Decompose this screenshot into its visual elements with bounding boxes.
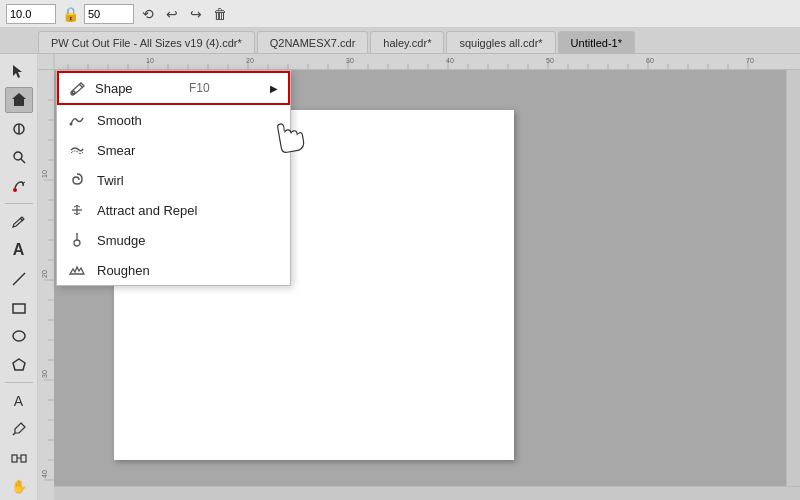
tab-2[interactable]: haley.cdr*: [370, 31, 444, 53]
smear-label: Smear: [97, 143, 135, 158]
smooth-icon: [67, 110, 87, 130]
zoom-tool[interactable]: [5, 144, 33, 171]
svg-line-7: [13, 273, 25, 285]
pencil-tool[interactable]: [5, 208, 33, 235]
expand-icon: ▶: [270, 83, 278, 94]
pan-tool[interactable]: ✋: [5, 473, 33, 500]
roughen-label: Roughen: [97, 263, 150, 278]
svg-text:20: 20: [41, 270, 48, 278]
svg-text:50: 50: [546, 57, 554, 64]
menu-item-smudge[interactable]: Smudge: [57, 225, 290, 255]
svg-text:10: 10: [41, 170, 48, 178]
svg-point-9: [13, 331, 25, 341]
undo-icon[interactable]: ↩: [162, 4, 182, 24]
twirl-icon: [67, 170, 87, 190]
canvas-area[interactable]: 10 20 30 40 50 60 70: [38, 54, 800, 500]
menu-header-left: Shape: [69, 79, 133, 97]
svg-line-3: [21, 159, 25, 163]
left-toolbar: A A: [0, 54, 38, 500]
canvas-content: Shape F10 ▶ Smooth: [54, 70, 800, 500]
svg-rect-12: [12, 455, 17, 462]
lock-icon[interactable]: 🔒: [60, 4, 80, 24]
freehand-tool[interactable]: [5, 173, 33, 200]
svg-line-11: [13, 433, 15, 435]
select-tool[interactable]: [5, 58, 33, 85]
tab-0[interactable]: PW Cut Out File - All Sizes v19 (4).cdr*: [38, 31, 255, 53]
svg-marker-10: [13, 359, 25, 370]
svg-text:70: 70: [746, 57, 754, 64]
dropdown-menu: Shape F10 ▶ Smooth: [56, 70, 291, 286]
svg-text:40: 40: [41, 470, 48, 478]
svg-text:60: 60: [646, 57, 654, 64]
tab-3[interactable]: squiggles all.cdr*: [446, 31, 555, 53]
svg-rect-8: [13, 304, 25, 313]
tab-4[interactable]: Untitled-1*: [558, 31, 635, 53]
menu-header-label: Shape: [95, 81, 133, 96]
size-input[interactable]: [6, 4, 56, 24]
rect-tool[interactable]: [5, 294, 33, 321]
smooth-label: Smooth: [97, 113, 142, 128]
menu-item-smooth[interactable]: Smooth: [57, 105, 290, 135]
attract-repel-label: Attract and Repel: [97, 203, 197, 218]
svg-text:30: 30: [346, 57, 354, 64]
angle-input[interactable]: [84, 4, 134, 24]
horizontal-ruler: 10 20 30 40 50 60 70: [38, 54, 800, 70]
delete-icon[interactable]: 🗑: [210, 4, 230, 24]
line-tool[interactable]: [5, 266, 33, 293]
svg-point-86: [70, 123, 73, 126]
menu-item-smear[interactable]: Smear: [57, 135, 290, 165]
svg-text:30: 30: [41, 370, 48, 378]
ellipse-tool[interactable]: [5, 323, 33, 350]
fill-tool[interactable]: A: [5, 387, 33, 414]
menu-item-attract-repel[interactable]: Attract and Repel: [57, 195, 290, 225]
svg-point-89: [74, 240, 80, 246]
shape-icon: [69, 79, 87, 97]
svg-point-4: [13, 188, 17, 192]
svg-point-85: [71, 91, 75, 95]
blend-tool[interactable]: [5, 445, 33, 472]
svg-point-91: [76, 233, 78, 235]
svg-text:40: 40: [446, 57, 454, 64]
twirl-label: Twirl: [97, 173, 124, 188]
redo-icon[interactable]: ↪: [186, 4, 206, 24]
svg-rect-59: [38, 70, 54, 500]
smear-icon: [67, 140, 87, 160]
menu-item-twirl[interactable]: Twirl: [57, 165, 290, 195]
top-toolbar: 🔒 ⟲ ↩ ↪ 🗑: [0, 0, 800, 28]
menu-item-roughen[interactable]: Roughen: [57, 255, 290, 285]
smudge-icon: [67, 230, 87, 250]
attract-icon: [67, 200, 87, 220]
polygon-tool[interactable]: [5, 352, 33, 379]
eyedropper-tool[interactable]: [5, 416, 33, 443]
menu-shortcut: F10: [189, 81, 210, 95]
crop-tool[interactable]: [5, 115, 33, 142]
main-area: A A: [0, 54, 800, 500]
menu-header[interactable]: Shape F10 ▶: [57, 71, 290, 105]
tab-bar: PW Cut Out File - All Sizes v19 (4).cdr*…: [0, 28, 800, 54]
vertical-ruler: 10 20 30 40: [38, 70, 54, 500]
angle-icon: ⟲: [138, 4, 158, 24]
tab-1[interactable]: Q2NAMESX7.cdr: [257, 31, 369, 53]
svg-text:20: 20: [246, 57, 254, 64]
svg-point-2: [14, 152, 22, 160]
horizontal-scrollbar[interactable]: [54, 486, 800, 500]
text-tool[interactable]: A: [5, 237, 33, 264]
vertical-scrollbar[interactable]: [786, 70, 800, 486]
svg-rect-13: [21, 455, 26, 462]
roughen-icon: [67, 260, 87, 280]
shape-tool[interactable]: [5, 87, 33, 114]
smudge-label: Smudge: [97, 233, 145, 248]
svg-text:10: 10: [146, 57, 154, 64]
